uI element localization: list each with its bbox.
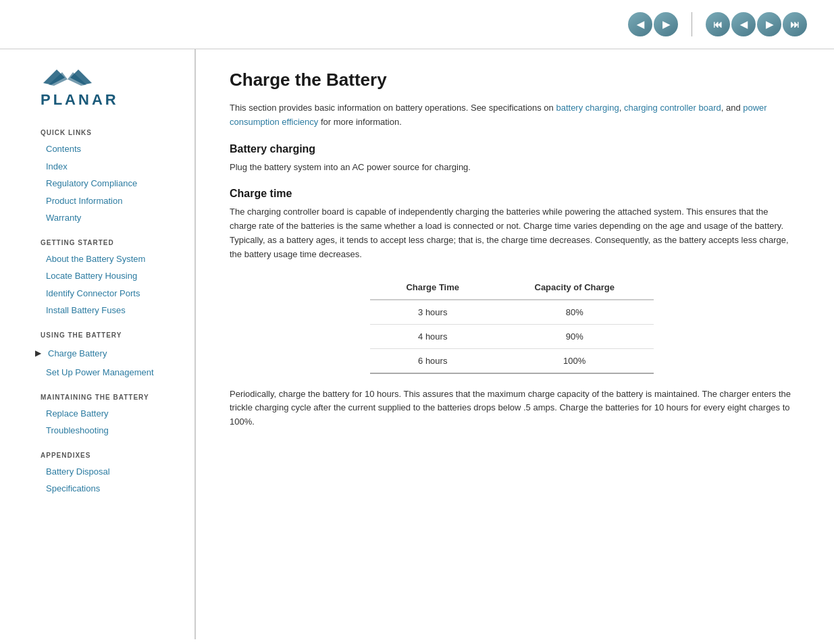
page-title: Charge the Battery xyxy=(230,70,793,90)
sidebar-item-product-info[interactable]: Product Information xyxy=(41,192,181,210)
intro-paragraph: This section provides basic information … xyxy=(230,101,793,130)
intro-end: for more information. xyxy=(318,117,402,127)
sidebar-item-about-battery[interactable]: About the Battery System xyxy=(41,250,181,268)
logo-graphic: PLANAR xyxy=(41,63,181,109)
active-arrow-icon: ▶ xyxy=(35,348,41,358)
navigation-controls: ◀ ▶ ⏮ ◀ ▶ ⏭ xyxy=(628,12,807,36)
sidebar-item-regulatory[interactable]: Regulatory Compliance xyxy=(41,175,181,192)
intro-comma: , xyxy=(619,103,624,113)
row2-time: 4 hours xyxy=(370,324,496,348)
sidebar: PLANAR QUICK LINKS Contents Index Regula… xyxy=(0,49,196,639)
chapter-nav-group: ⏮ ◀ ▶ ⏭ xyxy=(706,12,807,36)
intro-text-start: This section provides basic information … xyxy=(230,103,554,113)
charge-time-table: Charge Time Capacity of Charge 3 hours 8… xyxy=(370,275,654,374)
next2-button[interactable]: ▶ xyxy=(757,12,781,36)
sidebar-item-specifications[interactable]: Specifications xyxy=(41,480,181,498)
row1-capacity: 80% xyxy=(496,300,654,325)
table-col1-header: Charge Time xyxy=(370,275,496,300)
sidebar-item-warranty[interactable]: Warranty xyxy=(41,209,181,227)
intro-and: , and xyxy=(721,103,744,113)
first-button[interactable]: ⏮ xyxy=(706,12,730,36)
main-layout: PLANAR QUICK LINKS Contents Index Regula… xyxy=(0,49,834,639)
prev2-button[interactable]: ◀ xyxy=(731,12,756,36)
nav-separator xyxy=(692,12,692,36)
battery-charging-text: Plug the battery system into an AC power… xyxy=(230,161,793,175)
battery-charging-link[interactable]: battery charging xyxy=(556,103,619,113)
sidebar-item-charge-battery[interactable]: Charge Battery xyxy=(43,345,107,363)
logo-text: PLANAR xyxy=(41,91,119,109)
charge-time-text: The charging controller board is capable… xyxy=(230,205,793,261)
logo-wings-icon xyxy=(41,63,95,90)
last-button[interactable]: ⏭ xyxy=(783,12,807,36)
row3-time: 6 hours xyxy=(370,348,496,373)
table-row: 3 hours 80% xyxy=(370,300,654,325)
sidebar-item-troubleshooting[interactable]: Troubleshooting xyxy=(41,422,181,439)
prev-next-group: ◀ ▶ xyxy=(628,12,678,36)
sidebar-item-install-fuses[interactable]: Install Battery Fuses xyxy=(41,302,181,319)
getting-started-label: GETTING STARTED xyxy=(41,239,181,246)
table-col2-header: Capacity of Charge xyxy=(496,275,654,300)
table-row: 6 hours 100% xyxy=(370,348,654,373)
maintaining-battery-label: MAINTAINING THE BATTERY xyxy=(41,394,181,401)
periodic-charge-text: Periodically, charge the battery for 10 … xyxy=(230,387,793,429)
row1-time: 3 hours xyxy=(370,300,496,325)
sidebar-item-charge-battery-wrapper: ▶ Charge Battery xyxy=(41,343,181,365)
table-row: 4 hours 90% xyxy=(370,324,654,348)
next-button[interactable]: ▶ xyxy=(654,12,678,36)
sidebar-item-power-management[interactable]: Set Up Power Management xyxy=(41,364,181,381)
top-navigation-bar: ◀ ▶ ⏮ ◀ ▶ ⏭ xyxy=(0,0,834,49)
row3-capacity: 100% xyxy=(496,348,654,373)
sidebar-item-battery-disposal[interactable]: Battery Disposal xyxy=(41,463,181,481)
quick-links-label: QUICK LINKS xyxy=(41,129,181,136)
using-battery-label: USING THE BATTERY xyxy=(41,331,181,339)
sidebar-item-identify-ports[interactable]: Identify Connector Ports xyxy=(41,285,181,302)
sidebar-item-index[interactable]: Index xyxy=(41,158,181,176)
sidebar-logo: PLANAR xyxy=(41,63,181,109)
charge-time-heading: Charge time xyxy=(230,188,793,200)
sidebar-item-replace-battery[interactable]: Replace Battery xyxy=(41,405,181,423)
battery-charging-heading: Battery charging xyxy=(230,143,793,155)
charging-controller-link[interactable]: charging controller board xyxy=(624,103,721,113)
sidebar-item-locate-housing[interactable]: Locate Battery Housing xyxy=(41,267,181,285)
main-content: Charge the Battery This section provides… xyxy=(196,49,834,639)
appendixes-label: APPENDIXES xyxy=(41,452,181,459)
row2-capacity: 90% xyxy=(496,324,654,348)
sidebar-item-contents[interactable]: Contents xyxy=(41,140,181,158)
prev-button[interactable]: ◀ xyxy=(628,12,652,36)
